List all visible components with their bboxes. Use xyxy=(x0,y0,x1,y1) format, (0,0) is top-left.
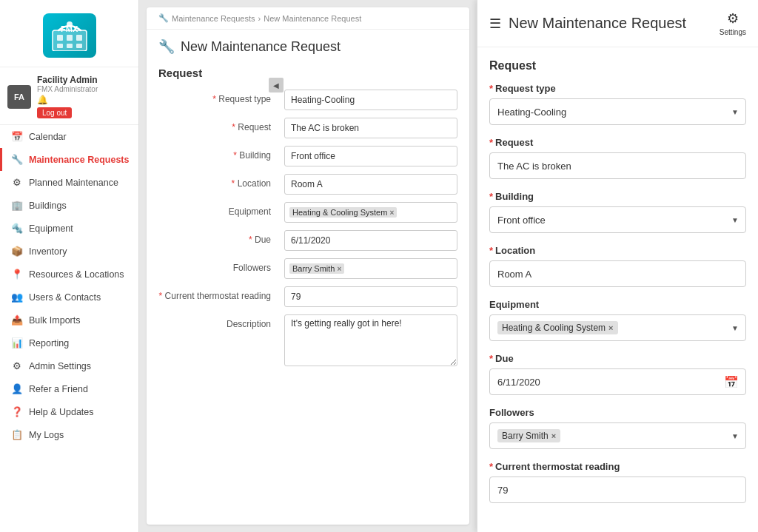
admin-settings-icon: ⚙ xyxy=(11,360,23,371)
my-logs-icon: 📋 xyxy=(11,429,23,440)
svg-rect-4 xyxy=(57,44,63,48)
sidebar: FMX FA Facility Admin FMX Administrator … xyxy=(0,0,139,532)
equipment-tag-input[interactable]: Heating & Cooling System × xyxy=(284,202,457,223)
logo-area: FMX xyxy=(0,0,138,67)
app-logo: FMX xyxy=(43,13,96,58)
sidebar-item-label: Equipment xyxy=(29,223,73,234)
sidebar-item-label: Inventory xyxy=(29,246,67,257)
rp-equipment-tag-input[interactable]: Heating & Cooling System × xyxy=(489,314,746,341)
sidebar-item-resources-locations[interactable]: 📍Resources & Locations xyxy=(0,263,138,286)
svg-rect-2 xyxy=(67,35,73,41)
sidebar-item-label: Calendar xyxy=(29,132,67,142)
rp-field-building: * Building Front office xyxy=(489,191,746,233)
field-followers: Followers Barry Smith × xyxy=(158,258,457,279)
calendar-icon: 📅 xyxy=(11,131,23,142)
sidebar-item-label: Reporting xyxy=(29,338,69,349)
form-section-title: Request xyxy=(158,67,457,79)
rp-field-followers: Followers Barry Smith × xyxy=(489,407,746,449)
users-contacts-icon: 👥 xyxy=(11,292,23,303)
svg-rect-5 xyxy=(67,44,73,48)
sidebar-item-label: My Logs xyxy=(29,430,64,440)
follower-tag-remove[interactable]: × xyxy=(337,265,341,273)
sidebar-item-inventory[interactable]: 📦Inventory xyxy=(0,240,138,263)
rp-location-input[interactable] xyxy=(489,260,746,287)
rp-building-select[interactable]: Front office xyxy=(489,206,746,233)
sidebar-item-buildings[interactable]: 🏢Buildings xyxy=(0,194,138,217)
sidebar-item-planned-maintenance[interactable]: ⚙Planned Maintenance xyxy=(0,171,138,194)
main-layout: ◀ 🔧 Maintenance Requests › New Maintenan… xyxy=(139,0,758,532)
user-info: Facility Admin FMX Administrator 🔔 Log o… xyxy=(37,75,131,118)
form-section: Request * Request type * Request * Build… xyxy=(147,55,469,385)
sidebar-item-help-updates[interactable]: ❓Help & Updates xyxy=(0,400,138,423)
right-panel-body: Request * Request type Heating-Cooling *… xyxy=(477,47,758,532)
rp-equipment-tag-remove[interactable]: × xyxy=(608,323,613,332)
settings-button[interactable]: ⚙ Settings xyxy=(720,10,746,36)
request-type-input[interactable] xyxy=(284,90,457,110)
sidebar-item-equipment[interactable]: 🔩Equipment xyxy=(0,217,138,240)
hamburger-icon[interactable]: ☰ xyxy=(489,16,501,32)
rp-thermostat-input[interactable] xyxy=(489,477,746,503)
equipment-tag-remove[interactable]: × xyxy=(389,209,394,217)
rp-follower-tag-remove[interactable]: × xyxy=(551,431,556,440)
svg-text:FMX: FMX xyxy=(61,24,78,33)
rp-due-input[interactable] xyxy=(489,368,746,395)
rp-followers-tag-input[interactable]: Barry Smith × xyxy=(489,422,746,449)
user-profile-area: FA Facility Admin FMX Administrator 🔔 Lo… xyxy=(0,67,138,125)
breadcrumb-parent[interactable]: Maintenance Requests xyxy=(172,14,255,23)
followers-tag-input[interactable]: Barry Smith × xyxy=(284,258,457,279)
planned-maintenance-icon: ⚙ xyxy=(11,177,23,188)
page-title: 🔧 New Maintenance Request xyxy=(147,30,469,55)
refer-friend-icon: 👤 xyxy=(11,383,23,394)
rp-request-type-wrapper: Heating-Cooling xyxy=(489,98,746,125)
sidebar-item-label: Planned Maintenance xyxy=(29,178,118,188)
rp-field-due: * Due 📅 xyxy=(489,353,746,395)
rp-request-input[interactable] xyxy=(489,152,746,179)
sidebar-item-my-logs[interactable]: 📋My Logs xyxy=(0,423,138,446)
sidebar-item-bulk-imports[interactable]: 📤Bulk Imports xyxy=(0,309,138,331)
sidebar-item-label: Maintenance Requests xyxy=(29,155,129,165)
sidebar-item-calendar[interactable]: 📅Calendar xyxy=(0,125,138,148)
breadcrumb-separator: › xyxy=(258,14,261,23)
sidebar-nav: 📅Calendar🔧Maintenance Requests⚙Planned M… xyxy=(0,125,138,446)
rp-field-request: * Request xyxy=(489,137,746,179)
sidebar-item-reporting[interactable]: 📊Reporting xyxy=(0,331,138,354)
sidebar-item-label: Resources & Locations xyxy=(29,269,124,280)
thermostat-input[interactable] xyxy=(284,286,457,307)
field-location: * Location xyxy=(158,174,457,195)
field-request-type: * Request type xyxy=(158,90,457,110)
rp-equipment-wrapper: Heating & Cooling System × xyxy=(489,314,746,341)
sidebar-item-label: Users & Contacts xyxy=(29,292,101,303)
sidebar-item-admin-settings[interactable]: ⚙Admin Settings xyxy=(0,354,138,377)
user-role: FMX Administrator xyxy=(37,85,131,93)
field-due: * Due xyxy=(158,230,457,251)
help-updates-icon: ❓ xyxy=(11,406,23,417)
field-equipment: Equipment Heating & Cooling System × xyxy=(158,202,457,223)
breadcrumb-icon: 🔧 xyxy=(158,13,169,23)
wrench-icon: 🔧 xyxy=(158,38,175,55)
building-input[interactable] xyxy=(284,146,457,166)
due-input[interactable] xyxy=(284,230,457,251)
buildings-icon: 🏢 xyxy=(11,200,23,211)
reporting-icon: 📊 xyxy=(11,337,23,349)
right-panel-title: New Maintenance Request xyxy=(509,15,712,32)
resources-locations-icon: 📍 xyxy=(11,269,23,280)
rp-section-title: Request xyxy=(489,59,746,73)
sidebar-item-maintenance-requests[interactable]: 🔧Maintenance Requests xyxy=(0,148,138,171)
left-section: ◀ 🔧 Maintenance Requests › New Maintenan… xyxy=(139,0,477,532)
avatar: FA xyxy=(7,85,31,109)
rp-followers-wrapper: Barry Smith × xyxy=(489,422,746,449)
notifications-icon[interactable]: 🔔 xyxy=(37,95,48,105)
rp-request-type-select[interactable]: Heating-Cooling xyxy=(489,98,746,125)
sidebar-item-users-contacts[interactable]: 👥Users & Contacts xyxy=(0,286,138,309)
calendar-icon[interactable]: 📅 xyxy=(724,375,739,389)
sidebar-item-label: Admin Settings xyxy=(29,361,91,371)
field-request: * Request xyxy=(158,118,457,138)
bulk-imports-icon: 📤 xyxy=(11,314,23,326)
sidebar-item-refer-friend[interactable]: 👤Refer a Friend xyxy=(0,377,138,400)
description-textarea[interactable]: It's getting really got in here! xyxy=(284,314,457,366)
request-input[interactable] xyxy=(284,118,457,138)
logout-button[interactable]: Log out xyxy=(37,107,72,118)
equipment-icon: 🔩 xyxy=(11,223,23,234)
location-input[interactable] xyxy=(284,174,457,195)
sidebar-toggle[interactable]: ◀ xyxy=(269,78,284,92)
